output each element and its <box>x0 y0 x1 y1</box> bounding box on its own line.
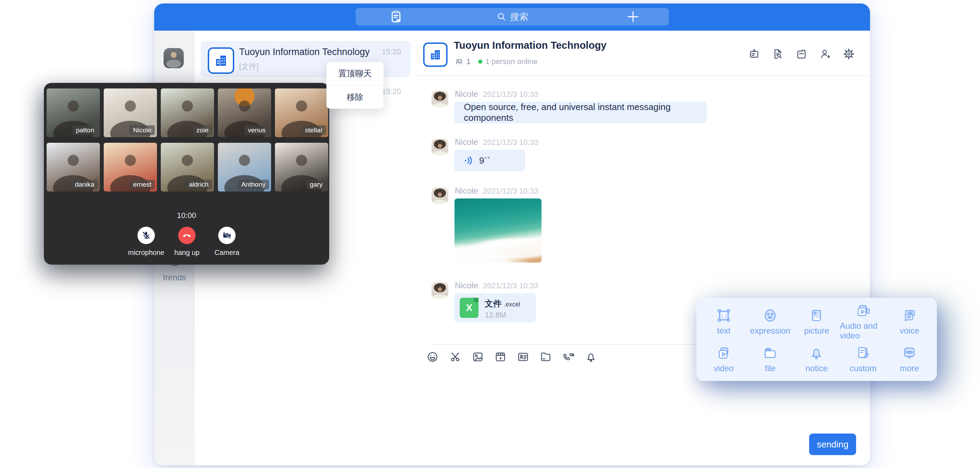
camera-button[interactable] <box>218 227 235 244</box>
image-message[interactable] <box>455 198 541 262</box>
participant-tile[interactable]: venus <box>218 88 271 137</box>
participant-name: danika <box>72 180 98 189</box>
contact-card-icon[interactable] <box>517 351 529 363</box>
group-notice-icon[interactable] <box>748 48 760 60</box>
trends-label: trends <box>154 273 195 283</box>
participant-tile[interactable]: Nicole <box>104 88 157 137</box>
video-call-window: patton Nicole zoie venus stellar danika … <box>44 83 329 265</box>
participant-name: patton <box>72 125 98 135</box>
participant-tile[interactable]: gary <box>275 143 328 192</box>
sender-name: Nicole <box>455 89 478 99</box>
custom-icon <box>855 345 871 361</box>
members-icon <box>455 57 463 66</box>
chat-subtitle: 1 1 person online <box>455 57 538 66</box>
panel-item-audio-video[interactable]: Audio and video <box>840 303 886 340</box>
chat-history-search-icon[interactable] <box>772 48 784 60</box>
panel-label: video <box>714 364 733 373</box>
panel-label: custom <box>850 364 876 373</box>
panel-label: Audio and video <box>840 321 886 340</box>
participant-name: Nicole <box>129 125 155 135</box>
call-icon[interactable] <box>562 351 574 363</box>
file-panel-icon <box>762 345 778 361</box>
message-meta: Nicole2021/12/3 10:33 <box>455 89 538 99</box>
participant-tile[interactable]: patton <box>47 88 100 137</box>
add-button[interactable] <box>626 10 640 24</box>
call-log-icon[interactable] <box>388 9 404 24</box>
screenshot-stage: 搜索 trends <box>0 0 980 468</box>
search-field[interactable]: 搜索 <box>496 11 528 23</box>
user-avatar[interactable] <box>164 48 184 68</box>
picture-icon[interactable] <box>472 351 484 363</box>
panel-label: more <box>900 364 919 373</box>
participant-name: Anthony <box>238 180 269 189</box>
panel-item-voice[interactable]: voice <box>886 303 933 340</box>
voice-duration: 9`` <box>479 155 490 166</box>
conversation-last-message: [文件] <box>239 61 259 72</box>
online-status: 1 person online <box>485 57 537 66</box>
more-icon <box>901 345 917 361</box>
participant-tile[interactable]: ernest <box>104 143 157 192</box>
participant-name: aldrich <box>186 180 212 189</box>
composer-toolbar <box>426 351 597 363</box>
message-time: 2021/12/3 10:33 <box>483 90 538 99</box>
emoji-icon[interactable] <box>426 351 439 363</box>
mic-muted-icon <box>141 230 151 241</box>
notification-icon[interactable] <box>585 351 597 363</box>
panel-item-notice[interactable]: notice <box>794 340 840 377</box>
text-icon <box>716 307 732 324</box>
panel-item-more[interactable]: more <box>886 340 933 377</box>
panel-label: text <box>717 326 730 336</box>
search-bar[interactable]: 搜索 <box>356 8 669 26</box>
participant-tile[interactable]: Anthony <box>218 143 271 192</box>
message-time: 2021/12/3 10:33 <box>483 187 538 195</box>
send-button[interactable]: sending <box>809 433 856 455</box>
sender-avatar[interactable] <box>431 282 448 299</box>
participant-tile[interactable]: danika <box>47 143 100 192</box>
hang-up-button[interactable] <box>178 227 196 244</box>
participant-name: stellar <box>301 125 326 135</box>
sender-name: Nicole <box>455 186 478 195</box>
panel-item-text[interactable]: text <box>700 303 747 340</box>
screenshot-icon[interactable] <box>449 351 461 363</box>
conversation-context-menu: 置顶聊天 移除 <box>326 62 383 109</box>
member-count: 1 <box>466 57 471 66</box>
chat-panel: Tuoyun Information Technology 1 1 person… <box>414 30 870 465</box>
panel-item-file[interactable]: file <box>747 340 793 377</box>
participant-tile[interactable]: aldrich <box>161 143 214 192</box>
file-name: 文件 .excel <box>485 298 520 309</box>
camera-off-icon <box>222 230 232 241</box>
message-time: 2021/12/3 10:33 <box>483 138 538 147</box>
menu-item-remove[interactable]: 移除 <box>326 85 383 109</box>
add-member-icon[interactable] <box>819 48 831 60</box>
panel-item-expression[interactable]: expression <box>747 303 793 340</box>
chat-header: Tuoyun Information Technology 1 1 person… <box>414 30 870 76</box>
file-icon[interactable] <box>539 351 552 363</box>
file-size: 12.8M <box>485 311 506 319</box>
online-dot <box>478 59 482 64</box>
search-placeholder: 搜索 <box>510 11 528 23</box>
message-meta: Nicole2021/12/3 10:33 <box>455 186 538 196</box>
settings-icon[interactable] <box>843 48 855 60</box>
message-meta: Nicole2021/12/3 10:33 <box>455 137 538 147</box>
sender-avatar[interactable] <box>431 139 448 155</box>
participant-tile[interactable]: stellar <box>275 88 328 137</box>
voice-message[interactable]: 9`` <box>454 150 525 171</box>
sender-avatar[interactable] <box>431 91 448 107</box>
conversation-time: 15:20 <box>382 47 401 56</box>
participant-tile[interactable]: zoie <box>161 88 214 137</box>
panel-item-video[interactable]: video <box>700 340 747 377</box>
voice-panel-icon <box>901 307 917 324</box>
menu-item-pin-chat[interactable]: 置顶聊天 <box>326 62 383 85</box>
group-file-icon[interactable] <box>795 48 807 60</box>
file-message[interactable]: X 文件 .excel 12.8M <box>454 293 536 323</box>
message-time: 2021/12/3 10:33 <box>483 281 538 290</box>
participant-name: zoie <box>193 125 212 135</box>
sender-avatar[interactable] <box>431 187 448 204</box>
text-message[interactable]: Open source, free, and universal instant… <box>454 102 707 123</box>
video-icon[interactable] <box>494 351 507 363</box>
panel-item-custom[interactable]: custom <box>840 340 886 377</box>
panel-item-picture[interactable]: picture <box>794 303 840 340</box>
building-icon <box>429 48 442 61</box>
microphone-button[interactable] <box>137 227 155 244</box>
group-avatar <box>423 43 447 67</box>
